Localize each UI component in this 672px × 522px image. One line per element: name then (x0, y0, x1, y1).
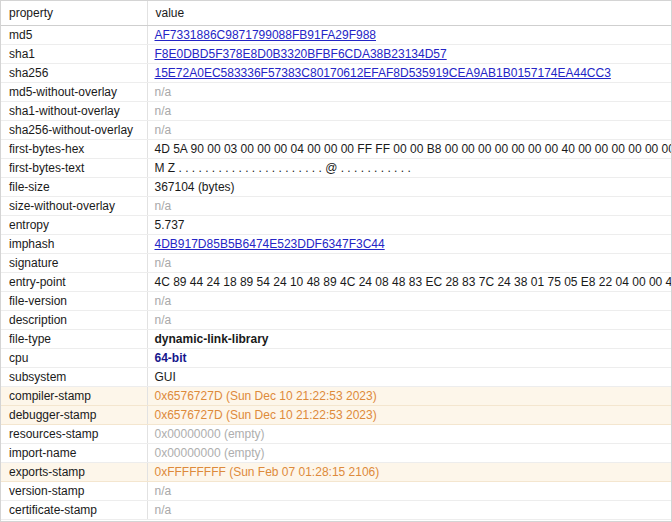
table-row[interactable]: entropy 5.737 (1, 216, 671, 235)
property-value: dynamic-link-library (155, 332, 269, 346)
table-row[interactable]: subsystem GUI (1, 368, 671, 387)
table-row[interactable]: entry-point 4C 89 44 24 18 89 54 24 10 4… (1, 273, 671, 292)
table-row[interactable]: size-without-overlay n/a (1, 197, 671, 216)
property-value: 367104 (bytes) (155, 180, 235, 194)
table-row[interactable]: file-version n/a (1, 292, 671, 311)
table-row[interactable]: resources-stamp 0x00000000 (empty) (1, 425, 671, 444)
property-value: n/a (155, 85, 172, 99)
property-name: cpu (1, 349, 147, 368)
table-row[interactable]: first-bytes-hex 4D 5A 90 00 03 00 00 00 … (1, 140, 671, 159)
property-name: imphash (1, 235, 147, 254)
property-value: n/a (155, 484, 172, 498)
property-value: n/a (155, 256, 172, 270)
table-row[interactable]: version-stamp n/a (1, 482, 671, 501)
table-row[interactable]: file-type dynamic-link-library (1, 330, 671, 349)
property-name: md5 (1, 26, 147, 45)
property-name: sha256 (1, 64, 147, 83)
property-name: version-stamp (1, 482, 147, 501)
property-name: first-bytes-text (1, 159, 147, 178)
property-value[interactable]: F8E0DBD5F378E8D0B3320BFBF6CDA38B23134D57 (155, 47, 447, 61)
property-name: resources-stamp (1, 425, 147, 444)
property-name: debugger-stamp (1, 406, 147, 425)
table-row[interactable]: file-size 367104 (bytes) (1, 178, 671, 197)
table-header-row: property value (1, 1, 671, 26)
property-name: subsystem (1, 368, 147, 387)
property-value[interactable]: AF7331886C9871799088FB91FA29F988 (155, 28, 377, 42)
property-value: 0xFFFFFFFF (Sun Feb 07 01:28:15 2106) (155, 465, 380, 479)
properties-table: property value md5 AF7331886C9871799088F… (1, 1, 671, 520)
column-header-property[interactable]: property (1, 1, 147, 26)
property-value[interactable]: 4DB917D85B5B6474E523DDF6347F3C44 (155, 237, 385, 251)
property-value: n/a (155, 294, 172, 308)
property-name: file-type (1, 330, 147, 349)
property-value: 0x00000000 (empty) (155, 427, 265, 441)
table-row[interactable]: compiler-stamp 0x6576727D (Sun Dec 10 21… (1, 387, 671, 406)
property-name: compiler-stamp (1, 387, 147, 406)
table-row[interactable]: md5-without-overlay n/a (1, 83, 671, 102)
table-row[interactable]: sha256-without-overlay n/a (1, 121, 671, 140)
property-name: sha256-without-overlay (1, 121, 147, 140)
property-name: description (1, 311, 147, 330)
property-name: first-bytes-hex (1, 140, 147, 159)
property-name: size-without-overlay (1, 197, 147, 216)
property-value: M Z . . . . . . . . . . . . . . . . . . … (155, 161, 411, 175)
property-value: 4D 5A 90 00 03 00 00 00 04 00 00 00 FF F… (155, 142, 672, 156)
table-row[interactable]: cpu 64-bit (1, 349, 671, 368)
property-value: 0x6576727D (Sun Dec 10 21:22:53 2023) (155, 408, 377, 422)
file-properties-panel: property value md5 AF7331886C9871799088F… (0, 0, 672, 522)
property-value: 5.737 (155, 218, 185, 232)
property-value: 0x6576727D (Sun Dec 10 21:22:53 2023) (155, 389, 377, 403)
property-name: entry-point (1, 273, 147, 292)
property-value: n/a (155, 123, 172, 137)
table-row[interactable]: imphash 4DB917D85B5B6474E523DDF6347F3C44 (1, 235, 671, 254)
property-value: n/a (155, 313, 172, 327)
property-name: import-name (1, 444, 147, 463)
property-value: 0x00000000 (empty) (155, 446, 265, 460)
property-value: 4C 89 44 24 18 89 54 24 10 48 89 4C 24 0… (155, 275, 672, 289)
property-name: md5-without-overlay (1, 83, 147, 102)
table-row[interactable]: debugger-stamp 0x6576727D (Sun Dec 10 21… (1, 406, 671, 425)
property-name: file-version (1, 292, 147, 311)
property-name: file-size (1, 178, 147, 197)
property-name: entropy (1, 216, 147, 235)
table-row[interactable]: sha1-without-overlay n/a (1, 102, 671, 121)
table-row[interactable]: sha1 F8E0DBD5F378E8D0B3320BFBF6CDA38B231… (1, 45, 671, 64)
property-value: 64-bit (155, 351, 187, 365)
table-row[interactable]: sha256 15E72A0EC583336F57383C80170612EFA… (1, 64, 671, 83)
table-row[interactable]: signature n/a (1, 254, 671, 273)
table-row[interactable]: exports-stamp 0xFFFFFFFF (Sun Feb 07 01:… (1, 463, 671, 482)
property-value: GUI (155, 370, 176, 384)
property-value: n/a (155, 104, 172, 118)
property-value[interactable]: 15E72A0EC583336F57383C80170612EFAF8D5359… (155, 66, 611, 80)
table-row[interactable]: certificate-stamp n/a (1, 501, 671, 520)
property-value: n/a (155, 503, 172, 517)
table-row[interactable]: md5 AF7331886C9871799088FB91FA29F988 (1, 26, 671, 45)
property-name: sha1 (1, 45, 147, 64)
table-row[interactable]: first-bytes-text M Z . . . . . . . . . .… (1, 159, 671, 178)
table-row[interactable]: description n/a (1, 311, 671, 330)
property-name: sha1-without-overlay (1, 102, 147, 121)
property-name: exports-stamp (1, 463, 147, 482)
property-name: signature (1, 254, 147, 273)
column-header-value[interactable]: value (147, 1, 671, 26)
table-row[interactable]: import-name 0x00000000 (empty) (1, 444, 671, 463)
property-name: certificate-stamp (1, 501, 147, 520)
property-value: n/a (155, 199, 172, 213)
